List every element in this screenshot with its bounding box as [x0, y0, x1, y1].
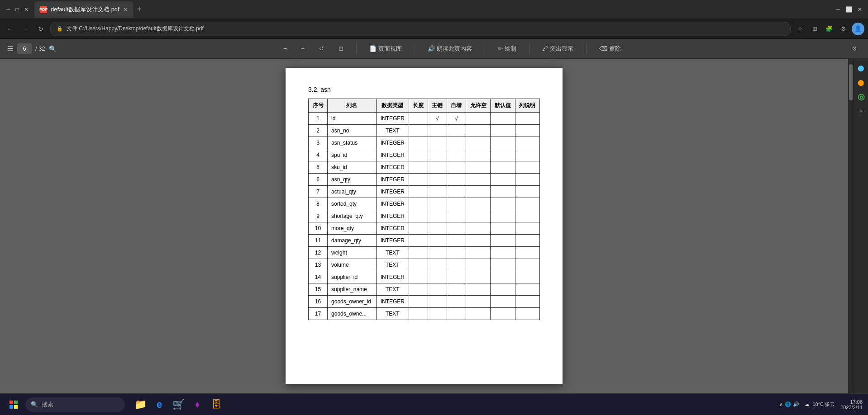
page-number-input[interactable]	[17, 43, 32, 54]
table-row: 4spu_idINTEGER	[309, 149, 540, 161]
col-header-autoincr: 自增	[447, 99, 466, 113]
table-cell	[447, 186, 466, 198]
col-header-name: 列名	[328, 99, 377, 113]
new-tab-button[interactable]: +	[133, 3, 146, 16]
back-button[interactable]: ←	[4, 23, 16, 35]
vertical-scrollbar[interactable]	[848, 59, 854, 415]
table-cell	[409, 174, 428, 186]
table-header-row: 序号 列名 数据类型 长度 主键 自增 允许空 默认值 列说明	[309, 99, 540, 113]
ext-panel-icon-3[interactable]: ◎	[856, 91, 867, 102]
scroll-thumb[interactable]	[849, 64, 853, 100]
close-button[interactable]: ✕	[23, 6, 30, 13]
table-cell	[428, 271, 447, 283]
browser-close-button[interactable]: ✕	[856, 6, 863, 13]
erase-icon: ⌫	[599, 45, 607, 52]
table-cell	[447, 308, 466, 320]
pdf-settings-button[interactable]: ⚙	[848, 42, 861, 55]
ext-panel-icon-2[interactable]: ⬤	[856, 77, 867, 88]
taskbar-weather: ☁ 18°C 多云	[805, 401, 835, 408]
sidebar-toggle-button[interactable]: ☰	[7, 44, 14, 53]
table-cell	[515, 210, 539, 222]
fit-button[interactable]: ⊡	[335, 43, 347, 54]
pdf-search-button[interactable]: 🔍	[49, 45, 57, 52]
taskbar-database-icon[interactable]: 🗄	[208, 396, 224, 413]
refresh-button[interactable]: ↻	[34, 23, 47, 35]
table-row: 5sku_idINTEGER	[309, 161, 540, 174]
table-cell: TEXT	[376, 125, 409, 137]
table-cell	[428, 125, 447, 137]
maximize-button[interactable]: □	[14, 6, 21, 13]
table-cell	[466, 222, 490, 235]
ext-panel-add-button[interactable]: +	[856, 106, 867, 117]
table-cell	[447, 259, 466, 271]
table-cell	[491, 137, 515, 149]
table-cell	[466, 247, 490, 259]
taskbar: 🔍 搜索 📁 e 🛒 ♦ 🗄 ∧ 🌐 🔊 ☁ 18°C 多云 17:08	[0, 393, 868, 415]
table-cell	[447, 210, 466, 222]
minimize-button[interactable]: ─	[5, 6, 12, 13]
highlight-button[interactable]: 🖊 突出显示	[539, 43, 577, 55]
table-row: 8sorted_qtyINTEGER	[309, 198, 540, 210]
pdf-viewer[interactable]: 3.2. asn 序号 列名 数据类型 长度 主键 自增 允许空 默认值 列说明	[0, 59, 848, 415]
taskbar-volume-icon[interactable]: 🔊	[793, 401, 799, 407]
tab-close-button[interactable]: ✕	[123, 6, 128, 13]
table-cell: sku_id	[328, 161, 377, 174]
tab-pdf-icon: PDF	[40, 6, 47, 13]
taskbar-browser-icon[interactable]: e	[151, 396, 167, 413]
forward-button[interactable]: →	[19, 23, 32, 35]
window-controls-left: ─ □ ✕	[4, 6, 31, 13]
address-input[interactable]: 🔒 文件 C:/Users/Happy/Desktop/default数据库设计…	[50, 22, 791, 36]
table-cell: 2	[309, 125, 328, 137]
table-cell	[491, 271, 515, 283]
right-extension-panel: ⬤ ⬤ ◎ +	[854, 59, 868, 415]
table-row: 14supplier_idINTEGER	[309, 271, 540, 283]
table-cell	[491, 308, 515, 320]
taskbar-store-icon[interactable]: 🛒	[170, 396, 186, 413]
table-cell	[409, 125, 428, 137]
table-cell	[428, 235, 447, 247]
windows-logo-icon	[10, 401, 18, 409]
taskbar-devtools-icon[interactable]: ♦	[189, 396, 205, 413]
table-cell	[515, 186, 539, 198]
start-button[interactable]	[5, 396, 22, 413]
table-row: 11damage_qtyINTEGER	[309, 235, 540, 247]
taskbar-search-box[interactable]: 🔍 搜索	[25, 397, 125, 412]
favorites-button[interactable]: ☆	[794, 23, 806, 35]
collections-button[interactable]: ⊞	[808, 23, 821, 35]
zoom-out-button[interactable]: −	[280, 43, 291, 54]
taskbar-file-explorer-icon[interactable]: 📁	[132, 396, 148, 413]
ext-panel-icon-1[interactable]: ⬤	[856, 62, 867, 73]
table-cell	[409, 259, 428, 271]
draw-button[interactable]: ✏ 绘制	[494, 43, 520, 55]
taskbar-clock[interactable]: 17:08 2023/2/11	[840, 399, 863, 410]
read-aloud-button[interactable]: 🔊 朗读此页内容	[424, 43, 476, 55]
pdf-page: 3.2. asn 序号 列名 数据类型 长度 主键 自增 允许空 默认值 列说明	[286, 68, 563, 384]
extensions-button[interactable]: 🧩	[823, 23, 835, 35]
table-row: 3asn_statusINTEGER	[309, 137, 540, 149]
table-cell	[428, 137, 447, 149]
table-cell: 1	[309, 113, 328, 125]
settings-button[interactable]: ⚙	[837, 23, 850, 35]
zoom-in-button[interactable]: +	[298, 43, 309, 54]
database-table: 序号 列名 数据类型 长度 主键 自增 允许空 默认值 列说明 1idINTEG…	[308, 99, 540, 320]
table-cell: 13	[309, 259, 328, 271]
table-cell	[466, 283, 490, 296]
win-logo-red	[10, 401, 13, 404]
active-tab[interactable]: PDF default数据库设计文档.pdf ✕	[34, 1, 133, 18]
profile-icon[interactable]: 👤	[852, 23, 864, 35]
taskbar-chevron-icon[interactable]: ∧	[779, 401, 783, 407]
table-cell	[515, 137, 539, 149]
rotate-button[interactable]: ↺	[315, 43, 328, 54]
taskbar-network-icon[interactable]: 🌐	[785, 401, 791, 407]
lock-icon: 🔒	[57, 26, 63, 32]
table-cell	[447, 222, 466, 235]
table-row: 6asn_qtyINTEGER	[309, 174, 540, 186]
table-cell: goods_owne...	[328, 308, 377, 320]
table-cell	[466, 259, 490, 271]
page-view-button[interactable]: 📄 页面视图	[366, 43, 405, 55]
erase-button[interactable]: ⌫ 擦除	[596, 43, 625, 55]
browser-minimize-button[interactable]: ─	[835, 6, 842, 13]
table-cell: damage_qty	[328, 235, 377, 247]
highlight-icon: 🖊	[542, 45, 548, 52]
browser-restore-button[interactable]: ⬜	[845, 6, 853, 13]
